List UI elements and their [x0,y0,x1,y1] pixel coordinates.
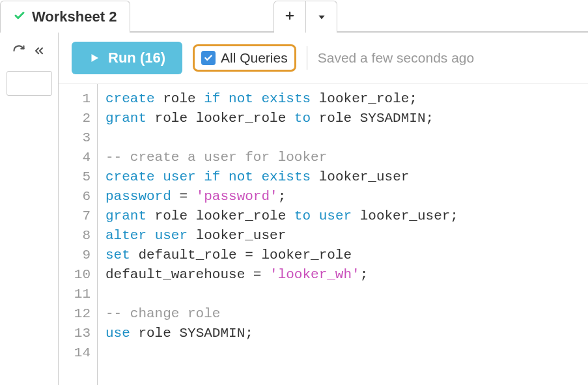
line-number: 9 [59,246,91,265]
line-number: 3 [59,128,91,148]
worksheet-tab-label: Worksheet 2 [32,8,117,25]
code-editor[interactable]: 1234567891011121314 create role if not e… [59,83,588,385]
code-line[interactable]: password = 'password'; [105,187,588,207]
separator [307,46,307,70]
refresh-icon [12,44,25,57]
all-queries-label: All Queries [221,50,288,66]
saved-status: Saved a few seconds ago [318,50,475,66]
code-line[interactable]: create role if not exists looker_role; [105,89,588,109]
all-queries-checkbox[interactable] [201,51,216,65]
line-number: 4 [59,148,91,167]
code-line[interactable] [105,128,588,148]
line-number: 11 [59,285,91,304]
all-queries-toggle[interactable]: All Queries [193,44,296,72]
caret-down-icon [317,8,326,25]
code-line[interactable]: default_warehouse = 'looker_wh'; [105,265,588,285]
line-number: 6 [59,187,91,207]
line-number: 5 [59,167,91,187]
check-icon [14,10,25,25]
check-icon [204,53,213,63]
code-line[interactable] [105,343,588,363]
search-input[interactable] [7,71,52,96]
line-number: 7 [59,207,91,226]
code-line[interactable] [105,285,588,304]
code-line[interactable]: use role SYSADMIN; [105,324,588,343]
line-number: 14 [59,343,91,363]
line-gutter: 1234567891011121314 [59,84,98,385]
line-number: 2 [59,109,91,128]
refresh-button[interactable] [12,44,25,61]
tab-filler [337,0,588,32]
svg-marker-2 [318,16,324,20]
code-line[interactable]: -- change role [105,304,588,324]
collapse-panel-button[interactable] [32,44,46,61]
code-line[interactable]: grant role looker_role to user looker_us… [105,207,588,226]
line-number: 10 [59,265,91,285]
plus-icon [284,8,296,25]
line-number: 1 [59,89,91,109]
tab-dropdown-button[interactable] [305,1,337,33]
play-icon [89,52,100,64]
worksheet-tab[interactable]: Worksheet 2 [0,1,130,33]
left-panel [0,33,59,385]
code-line[interactable]: set default_role = looker_role [105,246,588,265]
line-number: 8 [59,226,91,246]
code-area[interactable]: create role if not exists looker_role;gr… [98,84,588,385]
code-line[interactable]: alter user looker_user [105,226,588,246]
toolbar: Run (16) All Queries Saved a few seconds… [59,33,588,83]
line-number: 12 [59,304,91,324]
svg-marker-3 [92,54,99,62]
run-button-label: Run (16) [108,50,165,66]
code-line[interactable]: -- create a user for looker [105,148,588,167]
chevrons-left-icon [32,44,46,57]
code-line[interactable]: grant role looker_role to role SYSADMIN; [105,109,588,128]
code-line[interactable]: create user if not exists looker_user [105,167,588,187]
run-button[interactable]: Run (16) [72,42,182,74]
add-tab-button[interactable] [274,1,305,33]
line-number: 13 [59,324,91,343]
tab-spacer [130,0,273,32]
